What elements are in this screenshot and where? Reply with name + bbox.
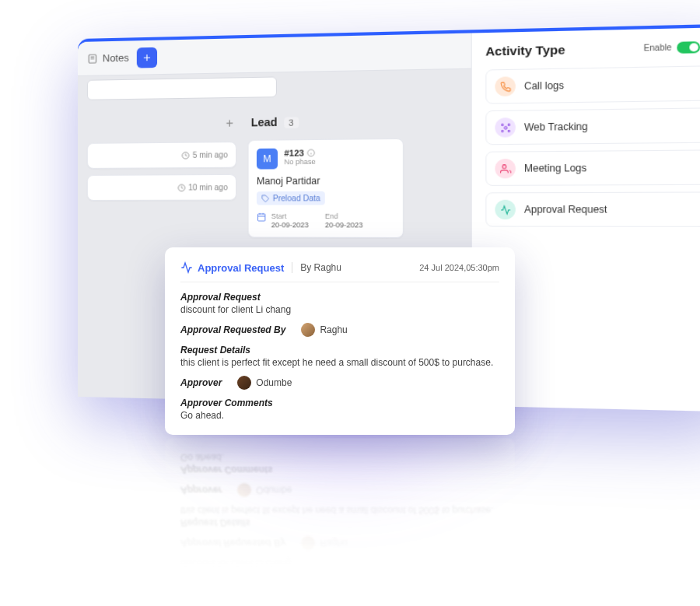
lead-id: #123: [284, 148, 304, 158]
calendar-icon: [257, 212, 266, 221]
board-card[interactable]: 10 min ago: [87, 174, 236, 201]
approver-comments-label: Approver Comments: [180, 398, 499, 408]
clock-icon: [182, 151, 190, 159]
end-date: 20-09-2023: [325, 221, 363, 229]
approval-datetime: 24 Jul 2024,05:30pm: [419, 263, 499, 272]
search-input[interactable]: [87, 76, 277, 100]
activity-label: Web Tracking: [524, 121, 588, 133]
start-date: 20-09-2023: [271, 221, 309, 229]
activity-label: Meeting Logs: [524, 163, 586, 174]
lead-phase: No phase: [284, 158, 315, 166]
reflection: Approval Request By Raghu 24 Jul 2024,05…: [165, 438, 515, 606]
svg-point-20: [502, 165, 506, 169]
panel-title: Activity Type: [485, 43, 565, 58]
notes-tab[interactable]: Notes: [87, 52, 129, 65]
svg-point-17: [508, 124, 509, 125]
requested-by-label: Approval Requested By: [180, 324, 285, 335]
phone-icon: [495, 76, 515, 96]
lead-card[interactable]: M #123 No phase Manoj Partidar Preload D: [248, 138, 404, 238]
pulse-icon: [180, 261, 193, 274]
meeting-icon: [495, 159, 515, 178]
approval-header: Approval Request By Raghu 24 Jul 2024,05…: [180, 261, 499, 282]
board-card[interactable]: 5 min ago: [87, 142, 236, 169]
approval-request-card: Approval Request By Raghu 24 Jul 2024,05…: [165, 247, 515, 435]
notes-label: Notes: [103, 52, 129, 65]
add-tab-button[interactable]: [137, 47, 157, 68]
activity-item-approval-request[interactable]: Approval Request: [485, 191, 700, 226]
lead-name: Manoj Partidar: [257, 175, 394, 187]
svg-rect-11: [258, 213, 265, 220]
request-details-text: this client is perfect fit except he nee…: [180, 357, 499, 368]
tag-icon: [261, 194, 269, 202]
approval-section-text: discount for client Li chang: [180, 304, 499, 315]
column-title: Lead: [251, 116, 278, 129]
approver-comments-text: Go ahead.: [180, 410, 499, 421]
requested-by-person: Raghu: [301, 323, 347, 337]
svg-point-19: [508, 130, 509, 131]
lead-avatar: M: [257, 149, 278, 170]
card-timestamp: 10 min ago: [96, 183, 228, 192]
activity-item-web-tracking[interactable]: Web Tracking: [485, 107, 700, 145]
approver-person: Odumbe: [237, 376, 292, 390]
approval-section-label: Approval Request: [180, 292, 499, 303]
column-count: 3: [284, 117, 299, 128]
end-label: End: [325, 212, 363, 219]
approval-body: Approval Request discount for client Li …: [180, 292, 499, 421]
activity-label: Approval Request: [524, 204, 607, 215]
avatar: [301, 323, 315, 337]
web-icon: [495, 117, 515, 138]
column-add-button[interactable]: +: [226, 116, 233, 130]
clock-icon: [177, 184, 185, 191]
column-header: +: [87, 111, 236, 137]
plus-icon: [142, 51, 152, 62]
svg-point-8: [308, 149, 315, 156]
activity-item-call-logs[interactable]: Call logs: [485, 65, 700, 104]
lead-dates: Start 20-09-2023 End 20-09-2023: [257, 212, 394, 229]
column-header: Lead 3: [248, 109, 404, 133]
activity-list: Call logs Web Tracking Meeting Logs: [485, 65, 700, 227]
enable-toggle[interactable]: [677, 41, 700, 54]
approval-title: Approval Request: [180, 261, 284, 274]
request-details-label: Request Details: [180, 345, 499, 356]
approval-author: By Raghu: [292, 262, 341, 273]
lead-tag[interactable]: Preload Data: [257, 191, 325, 205]
activity-item-meeting-logs[interactable]: Meeting Logs: [485, 149, 700, 186]
svg-point-18: [501, 130, 502, 131]
start-label: Start: [271, 212, 309, 219]
svg-point-16: [501, 124, 502, 125]
approval-icon: [495, 200, 515, 219]
info-icon: [307, 149, 316, 156]
enable-label: Enable: [644, 43, 672, 53]
activity-label: Call logs: [524, 80, 564, 93]
card-timestamp: 5 min ago: [96, 150, 228, 159]
approver-label: Approver: [180, 377, 222, 388]
avatar: [237, 376, 251, 390]
notes-icon: [87, 53, 98, 64]
svg-point-15: [504, 126, 507, 128]
